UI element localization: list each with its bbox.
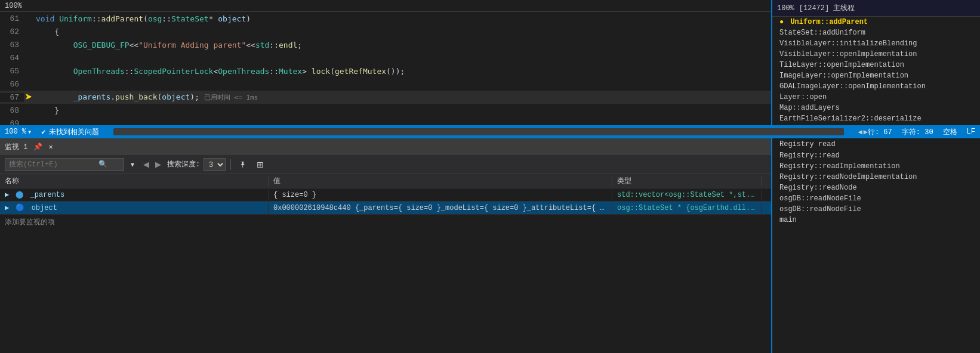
horizontal-scrollbar[interactable] [113,128,843,135]
cs-right-item-16[interactable]: Registry::readNode [772,182,980,193]
cs-right-item-15[interactable]: Registry::readNodeImplementation [772,172,980,182]
lf-indicator: LF [967,128,975,136]
cs-right-item-18[interactable]: osgDB::readNodeFile [772,204,980,215]
space-indicator: 空格 [943,127,957,137]
code-line-65: 65 OpenThreads::ScopedPointerLock<OpenTh… [0,64,771,78]
label: GDALImageLayer::openImplementation [779,82,926,91]
code-line-61: 61 void Uniform::addParent(osg::StateSet… [0,12,771,25]
search-options-button[interactable]: ▾ [128,158,137,171]
code-line-63: 63 OSG_DEBUG_FP<<"Uniform Adding parent"… [0,38,771,51]
label: ImageLayer::openImplementation [779,72,908,80]
watch-cell-object-value: 0x000002610948c440 {_parents={ size=0 }_… [269,203,612,213]
nav-left-icon: ◀ [858,128,862,137]
code-line-64: 64 [0,51,771,64]
label: Map::addLayers [779,104,840,112]
expand-object-icon[interactable]: ▶ [5,204,9,212]
parents-icon: ⬤ [16,191,23,199]
col-header-type: 类型 [612,176,762,186]
call-stack-title-row: 100% [12472] 主线程 [772,0,980,17]
add-watch-item[interactable]: 添加要监视的项 [0,215,771,230]
cs-right-registry-read[interactable]: Registry read [772,138,980,150]
call-stack-item-0[interactable]: ● Uniform::addParent [772,17,980,27]
editor-area: 100% 61 void Uniform::addParent(osg::Sta… [0,0,980,125]
call-stack-item-5[interactable]: ImageLayer::openImplementation [772,70,980,81]
call-stack-item-7[interactable]: Layer::open [772,92,980,103]
watch-cell-parents-value: { size=0 } [269,190,612,200]
code-editor[interactable]: 61 void Uniform::addParent(osg::StateSet… [0,12,771,125]
cs-right-item-17[interactable]: osgDB::readNodeFile [772,193,980,204]
label: StateSet::addUniform [779,29,865,37]
label: Layer::open [779,93,827,101]
watch-table[interactable]: 名称 值 类型 ▶ ⬤ _parents { size=0 } std::vec… [0,174,771,353]
label: TileLayer::openImplementation [779,61,904,69]
code-panel: 100% 61 void Uniform::addParent(osg::Sta… [0,0,771,125]
watch-row-parents[interactable]: ▶ ⬤ _parents { size=0 } std::vector<osg:… [0,188,771,202]
call-stack-header-label: [12472] 主线程 [799,3,855,13]
no-issues-indicator: ✔ 未找到相关问题 [41,127,99,137]
row-indicator: 行: 67 [868,127,892,137]
call-stack-list[interactable]: ● Uniform::addParent StateSet::addUnifor… [772,17,980,125]
call-stack-item-label: Uniform::addParent [790,18,868,26]
search-prev-button[interactable]: ◀ [141,159,152,169]
watch-cell-parents-type: std::vector<osg::StateSet *,st... [612,190,762,200]
status-bar: 100 % ▾ ✔ 未找到相关问题 ◀ ▶ 行: 67 字符: 30 空格 LF [0,125,980,138]
zoom-control[interactable]: 100 % ▾ [5,128,32,137]
call-stack-item-1[interactable]: StateSet::addUniform [772,27,980,38]
zoom-dropdown-icon[interactable]: ▾ [27,128,32,137]
col-indicator: 字符: 30 [902,127,933,137]
zoom-row: 100% [0,0,771,12]
depth-select[interactable]: 3 1 2 4 5 [204,158,226,171]
watch-pin-icon[interactable]: 📌 [33,143,42,151]
label: VisibleLayer::initializeBlending [779,39,917,48]
search-input[interactable] [9,160,98,169]
watch-table-header: 名称 值 类型 [0,174,771,188]
watch-row-object[interactable]: ▶ 🔵 object 0x000002610948c440 {_parents=… [0,202,771,215]
label: EarthFileSerializer2::deserialize [779,114,922,123]
search-box: 🔍 [5,158,124,171]
pin-button[interactable]: 🖈 [236,158,250,171]
watch-section: 监视 1 📌 ✕ 🔍 ▾ ◀ ▶ 搜索深度: 3 1 2 [0,138,771,353]
col-header-name: 名称 [0,176,269,186]
call-stack-item-6[interactable]: GDALImageLayer::openImplementation [772,81,980,92]
call-stack-right-panel[interactable]: Registry read Registry::read Registry::r… [771,138,980,353]
no-issues-label: 未找到相关问题 [49,127,99,137]
code-line-62: 62 { [0,25,771,38]
call-stack-item-3[interactable]: VisibleLayer::openImplementation [772,49,980,60]
watch-cell-parents-name: ▶ ⬤ _parents [0,189,269,200]
label: VisibleLayer::openImplementation [779,50,917,58]
call-stack-item-9[interactable]: EarthFileSerializer2::deserialize [772,113,980,124]
nav-arrows: ◀ ▶ [858,128,868,137]
code-line-66: 66 [0,78,771,91]
cs-zoom: 100% [777,4,794,13]
search-next-button[interactable]: ▶ [153,159,164,169]
call-stack-item-2[interactable]: VisibleLayer::initializeBlending [772,38,980,49]
call-stack-active-icon: ● [779,18,784,26]
check-icon: ✔ [41,128,45,137]
watch-toolbar: 🔍 ▾ ◀ ▶ 搜索深度: 3 1 2 4 5 🖈 ⊞ [0,155,771,174]
call-stack-item-4[interactable]: TileLayer::openImplementation [772,60,980,70]
watch-title: 监视 1 [5,142,27,152]
main-container: 100% 61 void Uniform::addParent(osg::Sta… [0,0,980,353]
refresh-button[interactable]: ⊞ [254,158,267,171]
status-bar-left: 100 % ▾ ✔ 未找到相关问题 ◀ ▶ [5,127,868,137]
call-stack-panel: 100% [12472] 主线程 ● Uniform::addParent St… [771,0,980,125]
status-bar-right: 行: 67 字符: 30 空格 LF [868,127,975,137]
expand-parents-icon[interactable]: ▶ [5,191,9,199]
toolbar-separator [230,159,231,170]
code-line-67: 67 ⮞ _parents.push_back(object);已用时间 <= … [0,91,771,104]
object-icon: 🔵 [16,204,24,212]
search-nav: ◀ ▶ [141,159,164,169]
call-stack-item-8[interactable]: Map::addLayers [772,103,980,113]
watch-close-icon[interactable]: ✕ [48,143,53,151]
col-header-value: 值 [269,176,612,186]
cs-right-item-19[interactable]: main [772,215,980,225]
cs-right-item-13[interactable]: Registry::read [772,150,980,161]
watch-header: 监视 1 📌 ✕ [0,138,771,155]
code-line-69: 69 [0,117,771,125]
watch-cell-object-type: osg::StateSet * {osgEarthd.dll... [612,203,762,213]
depth-label: 搜索深度: [167,159,200,169]
nav-right-icon: ▶ [864,128,868,137]
cs-right-item-14[interactable]: Registry::readImplementation [772,161,980,172]
search-icon: 🔍 [98,160,107,169]
zoom-level: 100% [2,2,24,10]
